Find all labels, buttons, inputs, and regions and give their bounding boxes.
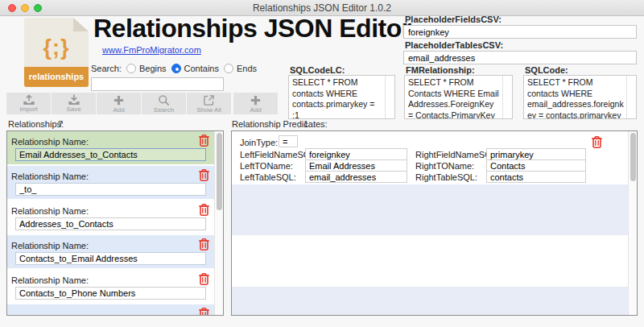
import-button[interactable]: Import (6, 93, 51, 114)
show-all-button[interactable]: Show All (187, 93, 231, 114)
delete-predicate-button[interactable] (590, 135, 604, 149)
relationship-name-input[interactable] (15, 287, 206, 300)
empty-row (232, 184, 628, 235)
relationship-item[interactable]: Relationship Name: (7, 201, 214, 234)
relationships-scrollbar (214, 131, 223, 315)
search-icon (158, 94, 170, 106)
relationship-name-input[interactable] (15, 252, 206, 265)
page-title: Relationships JSON Editor (93, 14, 411, 43)
logo-caption: relationships (24, 67, 89, 87)
trash-icon (197, 238, 211, 251)
sqlcodelc-textarea[interactable]: SELECT * FROM contacts WHERE contacts.pr… (288, 75, 395, 119)
scrollbar-thumb[interactable] (217, 133, 222, 210)
left-tablesql-input[interactable] (305, 171, 407, 183)
radio-contains-label: Contains (184, 64, 219, 73)
relationships-list: Relationship Name: Relationship Name: (7, 131, 214, 316)
placeholder-tables-input[interactable] (403, 51, 637, 64)
trash-icon (197, 307, 211, 316)
main-toolbar: Import Save Add Search (6, 93, 231, 114)
delete-relationship-button[interactable] (197, 238, 211, 251)
fmrelationship-label: FMRelationship: (406, 65, 475, 75)
show-all-icon (203, 94, 215, 106)
add-label: Add (113, 106, 124, 114)
relationship-item[interactable]: Relationship Name: (7, 235, 214, 268)
right-toname-label: RightTOName: (415, 161, 474, 171)
search-btn-label: Search (154, 106, 174, 114)
relationship-name-label: Relationship Name: (11, 206, 89, 216)
predicates-panel: JoinType: LeftFieldNameSQL: LeftTOName: … (231, 130, 638, 316)
sqlcodelc-label: SQLCodeLC: (290, 65, 345, 75)
relationship-name-label: Relationship Name: (11, 137, 89, 147)
relationship-item[interactable] (7, 304, 214, 316)
relationship-name-input[interactable] (15, 217, 206, 230)
add-icon (113, 94, 125, 106)
placeholder-fields-input[interactable] (403, 25, 637, 39)
left-toname-input[interactable] (305, 159, 407, 172)
search-input[interactable] (91, 77, 224, 91)
right-tablesql-label: RightTableSQL: (415, 172, 477, 182)
relationship-item[interactable]: Relationship Name: (7, 166, 214, 199)
delete-relationship-button[interactable] (197, 272, 211, 286)
fmrelationship-textarea[interactable]: SELECT * FROM Contacts WHERE Email Addre… (404, 75, 513, 119)
import-icon (23, 94, 35, 106)
relationship-item-selected[interactable]: Relationship Name: (7, 131, 214, 164)
right-fieldname-input[interactable] (486, 148, 586, 160)
window-title: Relationships JSON Editor 1.0.2 (0, 2, 644, 14)
relationship-name-label: Relationship Name: (11, 275, 89, 285)
relationship-name-input[interactable] (15, 148, 206, 161)
json-glyph: {;} (24, 35, 89, 60)
trash-icon (197, 272, 211, 286)
save-button[interactable]: Save (52, 93, 96, 114)
scrollbar-thumb[interactable] (630, 133, 636, 181)
placeholder-tables-label: PlaceholderTablesCSV: (405, 40, 503, 50)
predicates-scrollbar (628, 131, 637, 315)
empty-row (232, 287, 628, 315)
delete-relationship-button[interactable] (197, 168, 211, 182)
predicate-toolbar: Add (233, 93, 278, 114)
relationships-count-label: Relationships: (8, 119, 64, 129)
radio-begins-icon[interactable] (126, 64, 136, 73)
relationship-name-input[interactable] (15, 183, 206, 196)
radio-ends[interactable]: Ends (224, 64, 257, 73)
left-fieldname-input[interactable] (305, 148, 407, 160)
sqlcodelc-box: SELECT * FROM contacts WHERE contacts.pr… (288, 75, 395, 119)
relationship-name-label: Relationship Name: (11, 172, 89, 181)
import-label: Import (19, 106, 38, 113)
jointype-label: JoinType: (240, 138, 278, 147)
add-predicate-label: Add (250, 106, 261, 114)
predicate-row[interactable]: JoinType: LeftFieldNameSQL: LeftTOName: … (232, 131, 628, 184)
delete-relationship-button[interactable] (197, 134, 211, 147)
delete-relationship-button[interactable] (197, 307, 211, 316)
trash-icon (197, 134, 211, 147)
right-tablesql-input[interactable] (486, 171, 586, 183)
search-button[interactable]: Search (142, 93, 186, 114)
page-fold (73, 18, 89, 31)
empty-row (232, 235, 628, 287)
radio-begins-label: Begins (139, 64, 167, 73)
sqlcode-box: SELECT * FROM contacts WHERE email_addre… (523, 75, 637, 119)
show-all-label: Show All (196, 106, 221, 114)
radio-contains[interactable]: Contains (171, 64, 219, 73)
trash-icon (590, 135, 604, 149)
website-link[interactable]: www.FmProMigrator.com (102, 45, 201, 55)
radio-ends-icon[interactable] (224, 64, 233, 73)
delete-relationship-button[interactable] (197, 203, 211, 217)
search-label: Search: (91, 64, 122, 73)
search-mode-group: Search: Begins Contains Ends (91, 64, 257, 73)
left-toname-label: LeftTOName: (240, 161, 293, 171)
save-label: Save (66, 106, 80, 113)
add-button[interactable]: Add (97, 93, 141, 114)
add-predicate-button[interactable]: Add (233, 93, 278, 114)
relationships-list-panel: Relationship Name: Relationship Name: (6, 130, 224, 316)
app-window: Relationships JSON Editor 1.0.2 {;} rela… (0, 0, 644, 327)
sqlcode-label: SQLCode: (525, 65, 568, 75)
radio-begins[interactable]: Begins (126, 64, 167, 73)
sqlcode-textarea[interactable]: SELECT * FROM contacts WHERE email_addre… (523, 75, 637, 119)
right-toname-input[interactable] (486, 159, 586, 172)
jointype-input[interactable] (279, 135, 298, 147)
radio-contains-icon[interactable] (171, 64, 181, 73)
save-icon (68, 94, 80, 106)
relationships-count-value: 7 (58, 119, 63, 129)
relationship-name-label: Relationship Name: (11, 241, 89, 250)
relationship-item[interactable]: Relationship Name: (7, 270, 214, 303)
